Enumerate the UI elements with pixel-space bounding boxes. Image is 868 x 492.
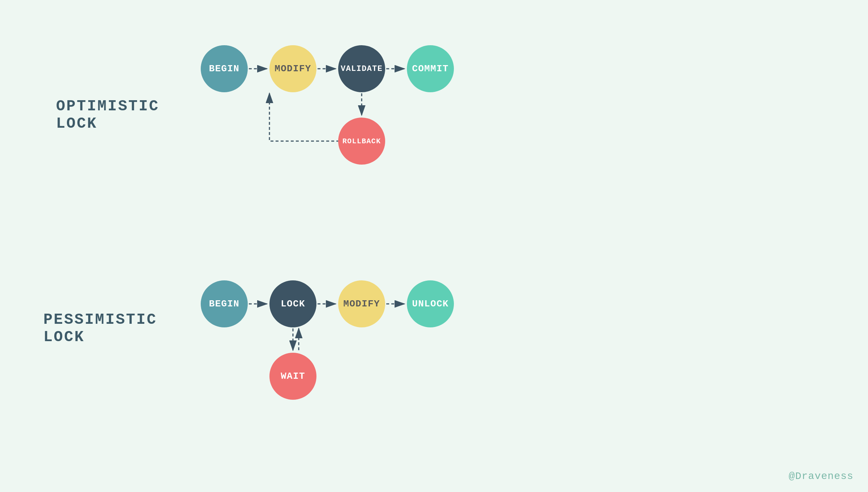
optimistic-commit-node: COMMIT	[407, 45, 454, 92]
optimistic-modify-node: MODIFY	[269, 45, 316, 92]
optimistic-begin-node: BEGIN	[201, 45, 248, 92]
optimistic-validate-node: VALIDATE	[338, 45, 385, 92]
pessimistic-label: PESSIMISTIC LOCK	[43, 311, 157, 346]
pessimistic-unlock-node: UNLOCK	[407, 280, 454, 327]
pessimistic-begin-node: BEGIN	[201, 280, 248, 327]
pessimistic-wait-node: WAIT	[269, 353, 316, 400]
watermark: @Draveness	[789, 471, 854, 482]
optimistic-label: OPTIMISTIC LOCK	[56, 98, 159, 132]
pessimistic-lock-node: LOCK	[269, 280, 316, 327]
optimistic-rollback-node: ROLLBACK	[338, 118, 385, 165]
pessimistic-modify-node: MODIFY	[338, 280, 385, 327]
